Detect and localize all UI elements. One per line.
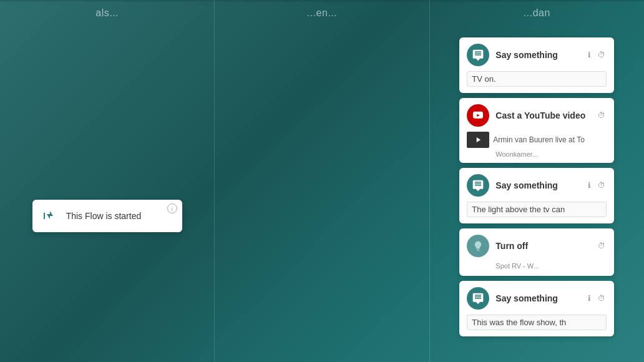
action-title-say-tv: Say something — [495, 50, 578, 60]
flow-trigger-icon — [41, 207, 59, 225]
info-icon-flow[interactable]: ℹ — [584, 293, 594, 303]
action-card-say-flow[interactable]: Say something ℹ ⏱ This was the flow show… — [459, 281, 614, 336]
clock-icon-turnoff[interactable]: ⏱ — [597, 241, 607, 251]
say-tv-input: TV on. — [467, 71, 607, 87]
action-card-header-yt: Cast a YouTube video ⏱ — [459, 98, 614, 132]
column-body-dan: Say something ℹ ⏱ TV on. — [430, 25, 644, 362]
clock-icon-yt[interactable]: ⏱ — [597, 110, 607, 120]
trigger-card[interactable]: This Flow is started i — [32, 200, 182, 232]
action-card-header: Say something ℹ ⏱ — [459, 37, 614, 71]
trigger-label: This Flow is started — [66, 211, 142, 221]
column-en: ...en... — [215, 0, 429, 362]
action-meta-icons-flow: ℹ ⏱ — [584, 293, 607, 303]
action-card-turnoff[interactable]: Turn off ⏱ Spot RV - W... — [459, 228, 614, 276]
column-header-dan: ...dan — [430, 0, 644, 25]
action-card-youtube[interactable]: Cast a YouTube video ⏱ Armin van Buuren … — [459, 98, 614, 163]
youtube-preview: Armin van Buuren live at To — [459, 132, 614, 150]
column-header-en: ...en... — [215, 0, 429, 25]
turnoff-location: Spot RV - W... — [459, 262, 614, 276]
clock-icon-flow[interactable]: ⏱ — [597, 293, 607, 303]
column-body-als: This Flow is started i — [0, 25, 214, 362]
info-icon-light[interactable]: ℹ — [584, 180, 594, 190]
action-title-say-light: Say something — [495, 180, 578, 190]
clock-icon-light[interactable]: ⏱ — [597, 180, 607, 190]
speech-bubble-icon-3 — [467, 287, 489, 310]
action-meta-icons-yt: ⏱ — [597, 110, 607, 120]
action-input-row-light: The light above the tv can — [459, 202, 614, 223]
action-input-row: TV on. — [459, 71, 614, 93]
column-dan: ...dan Say something ℹ ⏱ — [430, 0, 644, 362]
yt-location: Woonkamer... — [459, 150, 614, 163]
say-flow-input: This was the flow show, th — [467, 315, 607, 330]
lightbulb-turnoff-icon — [467, 235, 489, 257]
speech-bubble-icon-1 — [467, 44, 489, 66]
action-title-youtube: Cast a YouTube video — [495, 110, 590, 120]
yt-thumbnail — [467, 132, 489, 148]
action-card-header-flow: Say something ℹ ⏱ — [459, 281, 614, 315]
action-card-say-light[interactable]: Say something ℹ ⏱ The light above the tv… — [459, 168, 614, 223]
action-input-row-flow: This was the flow show, th — [459, 315, 614, 336]
info-icon-1[interactable]: ℹ — [584, 50, 594, 60]
trigger-info-button[interactable]: i — [167, 203, 177, 213]
clock-icon-1[interactable]: ⏱ — [597, 50, 607, 60]
action-title-say-flow: Say something — [495, 293, 578, 303]
action-card-header-light: Say something ℹ ⏱ — [459, 168, 614, 202]
yt-video-title: Armin van Buuren live at To — [493, 135, 607, 144]
action-title-turnoff: Turn off — [495, 241, 590, 251]
say-light-input: The light above the tv can — [467, 202, 607, 217]
speech-bubble-icon-2 — [467, 174, 489, 197]
action-card-say-tv[interactable]: Say something ℹ ⏱ TV on. — [459, 37, 614, 93]
column-body-en — [215, 25, 429, 362]
flow-editor: als... This Flow is started i ...en... — [0, 0, 644, 362]
action-card-header-turnoff: Turn off ⏱ — [459, 228, 614, 262]
action-meta-icons-light: ℹ ⏱ — [584, 180, 607, 190]
action-meta-icons-turnoff: ⏱ — [597, 241, 607, 251]
column-als: als... This Flow is started i — [0, 0, 215, 362]
column-header-als: als... — [0, 0, 214, 25]
action-meta-icons: ℹ ⏱ — [584, 50, 607, 60]
youtube-icon — [467, 104, 489, 127]
